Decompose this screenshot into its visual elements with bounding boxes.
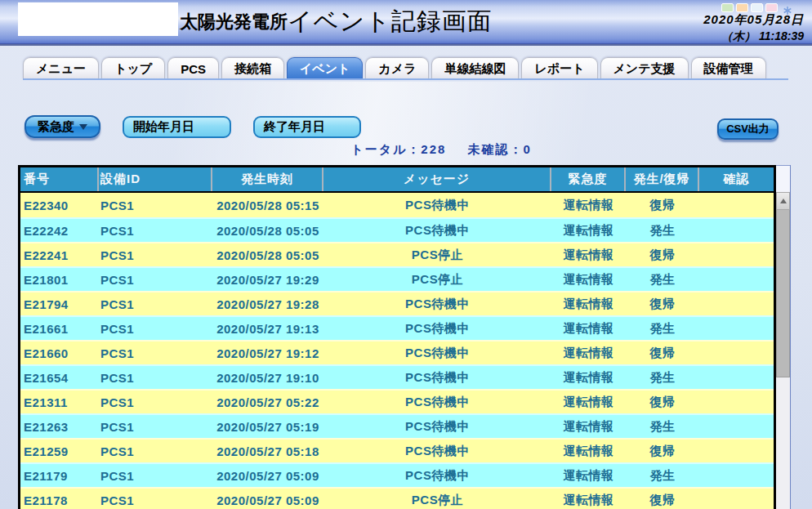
table-cell: 2020/05/28 05:15 — [212, 193, 323, 217]
vertical-scrollbar[interactable] — [776, 165, 791, 509]
table-cell: PCS停止 — [323, 243, 551, 266]
table-cell: PCS1 — [99, 440, 212, 462]
datetime: 2020年05月28日 （木） 11:18:39 — [703, 12, 804, 44]
table-cell: 復帰 — [626, 440, 699, 462]
scrollbar-thumb[interactable] — [776, 210, 790, 377]
table-cell: 運転情報 — [551, 391, 626, 413]
table-row[interactable]: E21661PCS12020/05/27 19:13PCS待機中運転情報発生 — [20, 315, 774, 340]
table-row[interactable]: E21801PCS12020/05/27 19:29PCS停止運転情報発生 — [20, 266, 774, 291]
end-date-label: 終了年月日 — [264, 119, 325, 135]
table-row[interactable]: E21259PCS12020/05/27 05:18PCS待機中運転情報復帰 — [20, 438, 774, 462]
tab-facility-management[interactable]: 設備管理 — [691, 57, 766, 79]
table-cell — [699, 292, 774, 315]
table-header: 番号設備ID発生時刻メッセージ緊急度発生/復帰確認 — [20, 167, 774, 193]
table-cell: 運転情報 — [551, 464, 626, 487]
table-row[interactable]: E21179PCS12020/05/27 05:09PCS待機中運転情報発生 — [20, 462, 774, 487]
start-date-input[interactable]: 開始年月日 — [123, 116, 231, 138]
csv-export-button[interactable]: CSV出力 — [717, 118, 779, 140]
table-row[interactable]: E22242PCS12020/05/28 05:05PCS待機中運転情報発生 — [20, 217, 774, 242]
status-square — [765, 3, 778, 12]
screen-title: イベント記録画面 — [288, 5, 493, 38]
table-cell — [699, 342, 774, 364]
table-row[interactable]: E21311PCS12020/05/27 05:22PCS待機中運転情報復帰 — [20, 389, 774, 413]
table-cell: 2020/05/27 05:18 — [212, 440, 323, 462]
tab-underline — [23, 78, 788, 80]
table-cell: PCS1 — [99, 366, 212, 389]
table-cell — [699, 415, 774, 438]
table-row[interactable]: E21660PCS12020/05/27 19:12PCS待機中運転情報復帰 — [20, 340, 774, 364]
table-cell: 運転情報 — [551, 193, 626, 217]
table-cell — [699, 193, 774, 217]
table-cell: E21178 — [20, 489, 99, 509]
table-cell: E21661 — [20, 317, 99, 340]
table-cell: 復帰 — [626, 391, 699, 413]
tab-maintenance-support[interactable]: メンテ支援 — [600, 57, 689, 79]
table-row[interactable]: E21263PCS12020/05/27 05:19PCS待機中運転情報発生 — [20, 413, 774, 438]
tab-bar: メニュートップPCS接続箱イベントカメラ単線結線図レポートメンテ支援設備管理 — [23, 56, 769, 79]
event-table: 番号設備ID発生時刻メッセージ緊急度発生/復帰確認 E22340PCS12020… — [18, 165, 776, 509]
table-cell — [699, 317, 774, 340]
start-date-label: 開始年月日 — [133, 119, 194, 135]
tab-pcs[interactable]: PCS — [167, 57, 219, 79]
tab-report[interactable]: レポート — [521, 57, 597, 79]
table-cell: E22241 — [20, 243, 99, 266]
csv-export-label: CSV出力 — [726, 122, 770, 136]
table-cell: 復帰 — [626, 193, 699, 217]
table-cell: PCS待機中 — [323, 464, 551, 487]
table-cell: 運転情報 — [551, 366, 626, 389]
scrollbar-track[interactable] — [776, 377, 790, 509]
table-cell: 運転情報 — [551, 292, 626, 315]
table-cell: 発生 — [626, 219, 699, 242]
table-cell: PCS1 — [99, 292, 212, 315]
table-cell: E21311 — [20, 391, 99, 413]
table-row[interactable]: E21178PCS12020/05/27 05:09PCS停止運転情報復帰 — [20, 487, 774, 509]
event-table-body: E22340PCS12020/05/28 05:15PCS待機中運転情報復帰E2… — [20, 193, 774, 509]
tab-camera[interactable]: カメラ — [365, 57, 429, 79]
status-indicators — [721, 3, 778, 12]
tab-event[interactable]: イベント — [287, 57, 363, 79]
table-cell: 2020/05/27 19:28 — [212, 292, 323, 315]
table-cell: 発生 — [626, 317, 699, 340]
table-cell: 2020/05/27 19:13 — [212, 317, 323, 340]
table-row[interactable]: E22241PCS12020/05/28 05:05PCS停止運転情報復帰 — [20, 242, 774, 266]
table-cell — [699, 219, 774, 242]
table-cell: 発生 — [626, 464, 699, 487]
table-cell: 復帰 — [626, 292, 699, 315]
table-cell: 2020/05/28 05:05 — [212, 243, 323, 266]
column-header: 番号 — [20, 167, 99, 191]
table-cell: 運転情報 — [551, 342, 626, 364]
unconfirmed-count: 未確認：0 — [467, 142, 531, 156]
table-cell: 2020/05/27 05:09 — [212, 489, 323, 509]
totals-line: トータル：228未確認：0 — [70, 142, 812, 158]
table-cell: 2020/05/27 19:12 — [212, 342, 323, 364]
scrollbar-up-button[interactable] — [776, 192, 790, 210]
table-cell: 復帰 — [626, 342, 699, 364]
tab-menu[interactable]: メニュー — [23, 57, 99, 79]
column-header: 設備ID — [99, 167, 212, 191]
table-row[interactable]: E21654PCS12020/05/27 19:10PCS待機中運転情報発生 — [20, 364, 774, 389]
weekday-text: （木） — [721, 29, 756, 42]
table-cell: 運転情報 — [551, 440, 626, 462]
table-cell: 2020/05/28 05:05 — [212, 219, 323, 242]
chevron-down-icon — [79, 124, 87, 130]
table-cell: 2020/05/27 05:09 — [212, 464, 323, 487]
table-cell: PCS1 — [99, 268, 212, 291]
status-square — [721, 3, 734, 12]
column-header: 発生/復帰 — [626, 167, 699, 191]
table-cell: 2020/05/27 19:10 — [212, 366, 323, 389]
table-row[interactable]: E21794PCS12020/05/27 19:28PCS待機中運転情報復帰 — [20, 291, 774, 315]
tab-top[interactable]: トップ — [101, 57, 165, 79]
table-cell: 発生 — [626, 415, 699, 438]
table-cell: 運転情報 — [551, 317, 626, 340]
table-cell: PCS停止 — [323, 268, 551, 291]
table-cell: PCS待機中 — [323, 342, 551, 364]
tab-single-line-diagram[interactable]: 単線結線図 — [431, 57, 519, 79]
table-cell: PCS待機中 — [323, 193, 551, 217]
end-date-input[interactable]: 終了年月日 — [253, 116, 361, 138]
urgency-filter-button[interactable]: 緊急度 — [25, 115, 100, 138]
tab-junction-box[interactable]: 接続箱 — [221, 57, 284, 79]
table-cell: 2020/05/27 19:29 — [212, 268, 323, 291]
table-row[interactable]: E22340PCS12020/05/28 05:15PCS待機中運転情報復帰 — [20, 193, 774, 217]
scrollbar-top-gap — [776, 165, 790, 192]
table-cell — [699, 243, 774, 266]
